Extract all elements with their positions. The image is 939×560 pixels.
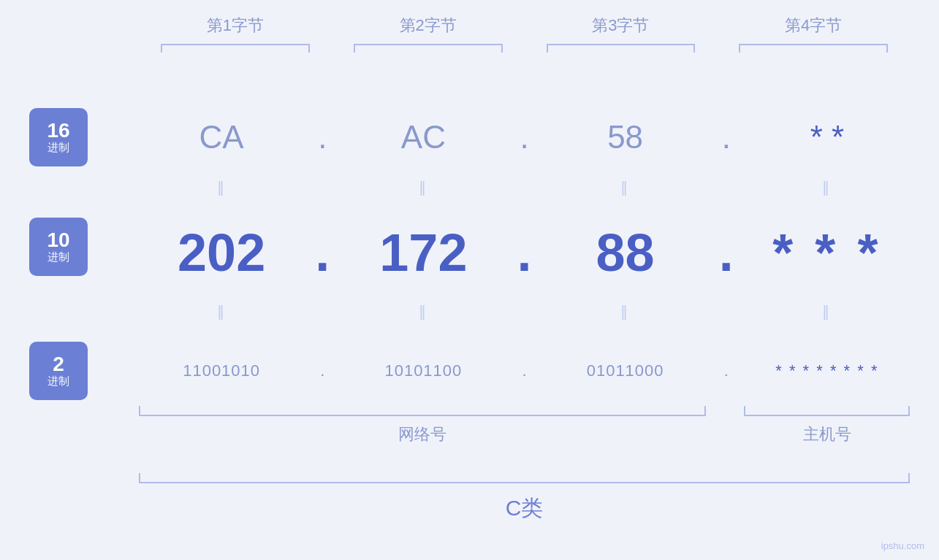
host-label: 主机号: [744, 423, 910, 445]
dec-dot-3: .: [708, 223, 745, 283]
dec-val-2: 172: [341, 223, 506, 283]
hex-dot-1: .: [304, 119, 341, 156]
eq-1-4: ‖: [745, 178, 910, 196]
dec-label-unit: 进制: [47, 250, 69, 264]
col-header-1: 第1字节: [139, 15, 332, 37]
dec-row: 202 . 172 . 88 . * * *: [139, 218, 910, 287]
bin-val-3: 01011000: [543, 361, 708, 380]
host-bracket-left: [744, 406, 745, 416]
bin-label-box: 2 进制: [29, 342, 88, 400]
host-bracket-right: [908, 406, 910, 416]
col-header-3: 第3字节: [525, 15, 718, 37]
eq-2-1: ‖: [139, 302, 304, 320]
net-bracket-line: [139, 415, 706, 416]
col-header-4: 第4字节: [717, 15, 910, 37]
dec-dot-2: .: [506, 223, 543, 283]
column-headers: 第1字节 第2字节 第3字节 第4字节: [139, 15, 910, 37]
class-bracket-right: [908, 473, 910, 483]
bin-dot-2: .: [506, 361, 543, 380]
hex-val-4: * *: [745, 119, 910, 156]
col-header-2: 第2字节: [332, 15, 525, 37]
top-bracket-3: [525, 44, 718, 57]
watermark: ipshu.com: [881, 540, 924, 551]
bin-dot-1: .: [304, 361, 341, 380]
main-layout: 第1字节 第2字节 第3字节 第4字节 16 进制: [0, 0, 939, 560]
net-bracket-left: [139, 406, 140, 416]
top-bracket-4: [717, 44, 910, 57]
hex-row: CA . AC . 58 . * *: [139, 108, 910, 166]
hex-dot-3: .: [708, 119, 745, 156]
hex-label-num: 16: [47, 120, 69, 141]
eq-1-3: ‖: [543, 178, 708, 196]
dec-dot-1: .: [304, 223, 341, 283]
class-bracket-line: [139, 482, 910, 483]
bin-val-2: 10101100: [341, 361, 506, 380]
class-bracket-left: [139, 473, 140, 483]
eq-1-1: ‖: [139, 178, 304, 196]
dec-val-3: 88: [543, 223, 708, 283]
hex-val-1: CA: [139, 119, 304, 156]
network-label: 网络号: [139, 423, 706, 445]
dec-val-4: * * *: [745, 223, 910, 283]
bin-label-unit: 进制: [47, 375, 69, 388]
hex-label-box: 16 进制: [29, 108, 88, 166]
host-bracket-line: [744, 415, 910, 416]
bin-dot-3: .: [708, 361, 745, 380]
class-label: C类: [139, 494, 910, 523]
top-bracket-2: [332, 44, 525, 57]
hex-dot-2: .: [506, 119, 543, 156]
net-bracket-right: [704, 406, 706, 416]
equals-row-1: ‖ ‖ ‖ ‖: [139, 174, 910, 200]
eq-1-2: ‖: [341, 178, 506, 196]
bin-label-num: 2: [53, 354, 64, 375]
top-bracket-1: [139, 44, 332, 57]
dec-label-box: 10 进制: [29, 218, 88, 276]
equals-row-2: ‖ ‖ ‖ ‖: [139, 298, 910, 324]
bin-val-1: 11001010: [139, 361, 304, 380]
hex-label-unit: 进制: [47, 141, 69, 155]
hex-val-3: 58: [543, 119, 708, 156]
top-brackets: [139, 44, 910, 57]
dec-label-num: 10: [47, 230, 69, 250]
hex-val-2: AC: [341, 119, 506, 156]
eq-2-2: ‖: [341, 302, 506, 320]
eq-2-3: ‖: [543, 302, 708, 320]
bin-row: 11001010 . 10101100 . 01011000 . * * * *…: [139, 342, 910, 400]
eq-2-4: ‖: [745, 302, 910, 320]
dec-val-1: 202: [139, 223, 304, 283]
bin-val-4: * * * * * * * *: [745, 361, 910, 380]
